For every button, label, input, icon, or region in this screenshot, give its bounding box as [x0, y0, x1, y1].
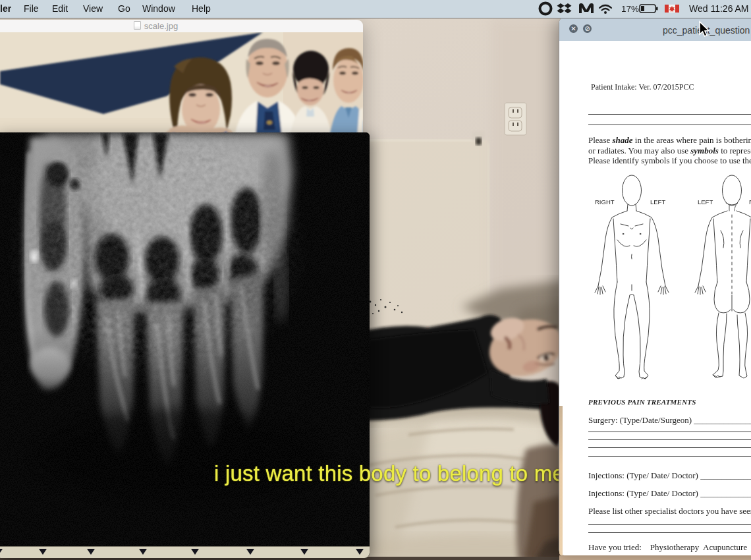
svg-text:17%: 17%	[621, 4, 639, 14]
svg-text:RIGHT: RIGHT	[595, 198, 615, 206]
svg-text:LEFT: LEFT	[650, 198, 665, 206]
svg-text:LEFT: LEFT	[698, 198, 713, 206]
svg-text:Wed 11:26 AM: Wed 11:26 AM	[689, 3, 749, 14]
